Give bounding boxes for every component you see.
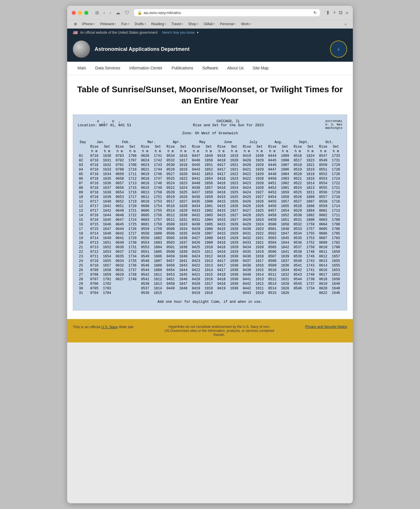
data-cell: 0656 [113, 186, 126, 190]
day-cell: 23 [78, 254, 88, 259]
data-cell: 0417 [215, 268, 228, 272]
bookmark-apps[interactable]: ⊞ [72, 21, 79, 27]
data-cell: 1804 [151, 245, 164, 250]
forward-button[interactable]: › [108, 10, 112, 16]
data-cell: 1746 [304, 254, 317, 259]
data-cell: 1809 [151, 268, 164, 272]
data-cell: 1927 [253, 195, 266, 199]
data-cell: 0419 [190, 286, 203, 291]
bookmark-fun[interactable]: Fun ▾ [119, 21, 132, 27]
data-cell: 1652 [329, 272, 342, 277]
bookmark-iphone[interactable]: iPhone ▾ [80, 21, 97, 27]
data-cell: 0525 [291, 190, 304, 195]
nav-item-about-us[interactable]: About Us [223, 62, 248, 75]
table-row: 2307111654063517340549180604591840042419… [78, 254, 342, 259]
bookmark-reading[interactable]: Reading ▾ [149, 21, 169, 27]
nav-item-data-services[interactable]: Data Services [91, 62, 125, 75]
footer-left-suffix: Web site [119, 325, 133, 329]
table-agency: Astronomi U. S. Nav Washingto [325, 119, 342, 130]
data-cell: 1708 [126, 163, 139, 167]
nav-item-information-center[interactable]: Information Center [125, 62, 167, 75]
bookmark-travel-label: Travel [171, 22, 181, 26]
data-cell: 0508 [266, 259, 279, 263]
jul-set-header: Set [253, 145, 266, 149]
bookmark-work[interactable]: Work ▾ [239, 21, 253, 27]
data-cell: 1740 [126, 277, 139, 282]
maximize-button[interactable] [84, 11, 88, 15]
data-cell: 1854 [279, 209, 291, 213]
bookmark-gmail[interactable]: GMail ▾ [201, 21, 217, 27]
bookmark-travel[interactable]: Travel ▾ [169, 21, 185, 27]
data-cell: 1802 [151, 236, 164, 241]
tabs-button[interactable]: ⧉ [339, 10, 343, 16]
agency-line1: Astronomi [325, 119, 342, 123]
table-row: 2507101657063217360546180804561843042219… [78, 263, 342, 268]
data-cell: 1928 [253, 177, 266, 181]
bookmark-pinboard[interactable]: Pinboard ▾ [98, 21, 118, 27]
u16: h m [279, 149, 291, 154]
table-subtitle: Rise and Set for the Sun for 2023 [193, 123, 264, 127]
data-cell: 1828 [279, 282, 291, 286]
cloud-button[interactable]: ☁ [115, 9, 121, 16]
data-cell: 1828 [279, 286, 291, 291]
day-cell: 31 [78, 291, 88, 295]
table-row: 2007131651064017300554180305031837042619… [78, 241, 342, 245]
table-row: 2807071701062717400541181204511846042019… [78, 277, 342, 282]
bookmark-drafts[interactable]: Drafts ▾ [132, 21, 148, 27]
data-cell: 1848 [279, 227, 291, 231]
bookmarks-more-button[interactable]: » [343, 21, 348, 27]
nav-item-publications[interactable]: Publications [167, 62, 198, 75]
data-cell: 0649 [113, 209, 126, 213]
bookmark-personal[interactable]: Personal ▾ [218, 21, 238, 27]
data-cell: 1738 [126, 272, 139, 277]
back-button[interactable]: ‹ [102, 10, 106, 16]
sunrise-sunset-table: Day Jan. Feb. Mar. Apr. May June July Au… [78, 140, 342, 295]
data-cell: 0427 [190, 236, 203, 241]
bookmark-shop[interactable]: Shop ▾ [186, 21, 201, 27]
nav-item-software[interactable]: Software [198, 62, 223, 75]
data-cell: 1733 [329, 154, 342, 158]
address-bar[interactable]: 🔒 aa.usno.navy.mil/calcu ↻ [134, 9, 320, 16]
share-button[interactable]: ⬆ [326, 10, 330, 16]
nav-item-main[interactable]: Main [73, 62, 91, 75]
data-cell: 0713 [88, 245, 101, 250]
gov-banner-link[interactable]: Here's how you know [162, 31, 195, 35]
shield-icon[interactable]: 🛡 [124, 10, 131, 16]
url-display[interactable]: aa.usno.navy.mil/calcu [144, 11, 312, 15]
data-cell: 0652 [113, 199, 126, 204]
data-cell: 1929 [228, 250, 241, 254]
sidebar-toggle-button[interactable]: ⊞ [94, 9, 100, 16]
data-cell: 1918 [202, 291, 215, 295]
data-cell: 0420 [190, 282, 203, 286]
reload-icon[interactable]: ↻ [313, 11, 317, 15]
data-cell: 0444 [266, 154, 279, 158]
table-row: 0207181631070217070624174205321817044618… [78, 158, 342, 163]
day-cell: 09 [78, 190, 88, 195]
data-cell: 1813 [304, 186, 317, 190]
data-cell: 1751 [151, 195, 164, 199]
data-cell: 0451 [266, 181, 279, 186]
more-button[interactable]: » [345, 10, 348, 16]
data-cell: 0417 [215, 263, 228, 268]
new-tab-button[interactable]: + [333, 10, 336, 16]
page-title: Table of Sunrise/Sunset, Moonrise/Moonse… [73, 84, 347, 106]
data-cell: 0436 [190, 195, 203, 199]
close-button[interactable] [72, 11, 76, 15]
data-cell: 1928 [228, 227, 241, 231]
data-cell: 1653 [101, 250, 113, 254]
data-cell: 1922 [228, 172, 241, 177]
data-cell: 1907 [202, 231, 215, 236]
sep-set-header: Set [304, 145, 317, 149]
nav-item-site-map[interactable]: Site Map [248, 62, 273, 75]
data-cell: 0704 [88, 291, 101, 295]
footer-privacy-link[interactable]: Privacy and Security Notice [305, 325, 347, 329]
data-cell: 1908 [202, 236, 215, 241]
footer-navy-link[interactable]: U.S. Navy [101, 325, 118, 329]
table-row: 0107181630070317060626174105341816044718… [78, 154, 342, 158]
minimize-button[interactable] [78, 11, 82, 15]
day-header: Day [78, 140, 88, 145]
day-cell: 04 [78, 167, 88, 172]
data-cell: 1913 [202, 263, 215, 268]
data-cell: 0539 [139, 282, 152, 286]
jun-header: June [215, 140, 241, 145]
